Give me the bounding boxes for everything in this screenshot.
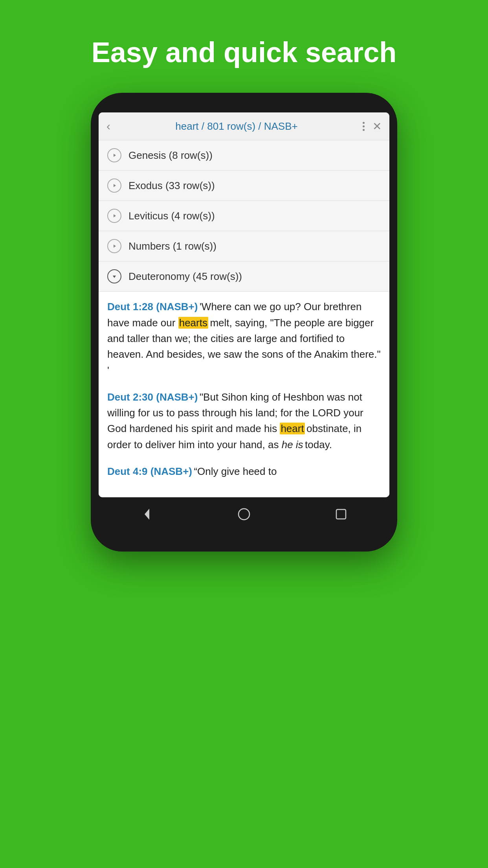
verse-ref-deut-2-30: Deut 2:30 (NASB+): [107, 391, 198, 403]
svg-marker-0: [114, 154, 116, 157]
phone-screen: ‹ heart / 801 row(s) / NASB+ ✕ Genesis (…: [99, 112, 389, 497]
verse-ref-deut-4-9: Deut 4:9 (NASB+): [107, 465, 192, 477]
scripture-content: Deut 1:28 (NASB+) 'Where can we go up? O…: [99, 292, 389, 497]
expand-icon-leviticus: [107, 209, 121, 223]
verse-deut-1-28: Deut 1:28 (NASB+) 'Where can we go up? O…: [107, 299, 381, 378]
book-item-exodus[interactable]: Exodus (33 row(s)): [99, 171, 389, 201]
top-bar: ‹ heart / 801 row(s) / NASB+ ✕: [99, 112, 389, 140]
expand-icon-numbers: [107, 239, 121, 253]
book-item-deuteronomy[interactable]: Deuteronomy (45 row(s)): [99, 261, 389, 292]
recent-nav-button[interactable]: [331, 504, 351, 524]
phone-nav-bar: [99, 497, 389, 528]
dot-3: [363, 129, 365, 131]
collapse-icon-deuteronomy: [107, 269, 121, 283]
page-title: Easy and quick search: [92, 35, 396, 69]
book-item-numbers[interactable]: Numbers (1 row(s)): [99, 231, 389, 261]
close-button[interactable]: ✕: [372, 120, 382, 133]
back-button[interactable]: ‹: [106, 120, 110, 133]
verse-deut-2-30: Deut 2:30 (NASB+) "But Sihon king of Hes…: [107, 389, 381, 452]
book-label-genesis: Genesis (8 row(s)): [128, 149, 213, 162]
svg-marker-1: [114, 184, 116, 187]
verse-italic-deut-2-30: he is: [282, 439, 303, 451]
svg-marker-2: [114, 214, 116, 217]
book-item-genesis[interactable]: Genesis (8 row(s)): [99, 140, 389, 171]
back-nav-button[interactable]: [137, 504, 157, 524]
book-label-leviticus: Leviticus (4 row(s)): [128, 210, 215, 222]
svg-marker-3: [114, 245, 116, 248]
svg-marker-4: [113, 276, 116, 278]
book-item-leviticus[interactable]: Leviticus (4 row(s)): [99, 201, 389, 231]
book-label-deuteronomy: Deuteronomy (45 row(s)): [128, 270, 242, 283]
book-list: Genesis (8 row(s)) Exodus (33 row(s)) Le…: [99, 140, 389, 292]
expand-icon-exodus: [107, 178, 121, 193]
svg-rect-7: [336, 509, 346, 519]
verse-highlight-deut-2-30: heart: [280, 423, 305, 434]
verse-highlight-deut-1-28: hearts: [178, 317, 208, 329]
svg-point-6: [238, 509, 250, 520]
verse-text-final-deut-2-30: today.: [305, 439, 332, 451]
dot-1: [363, 122, 365, 124]
dot-2: [363, 125, 365, 127]
expand-icon-genesis: [107, 148, 121, 162]
verse-text-deut-4-9: “Only give heed to: [194, 465, 277, 477]
book-label-exodus: Exodus (33 row(s)): [128, 180, 215, 192]
top-bar-actions: ✕: [363, 120, 382, 133]
svg-marker-5: [145, 509, 149, 520]
book-label-numbers: Numbers (1 row(s)): [128, 240, 216, 252]
search-info: heart / 801 row(s) / NASB+: [110, 120, 363, 132]
phone-mockup: ‹ heart / 801 row(s) / NASB+ ✕ Genesis (…: [91, 93, 397, 552]
more-options-button[interactable]: [363, 122, 365, 131]
home-nav-button[interactable]: [234, 504, 254, 524]
verse-deut-4-9: Deut 4:9 (NASB+) “Only give heed to: [107, 463, 381, 479]
verse-ref-deut-1-28: Deut 1:28 (NASB+): [107, 301, 198, 313]
